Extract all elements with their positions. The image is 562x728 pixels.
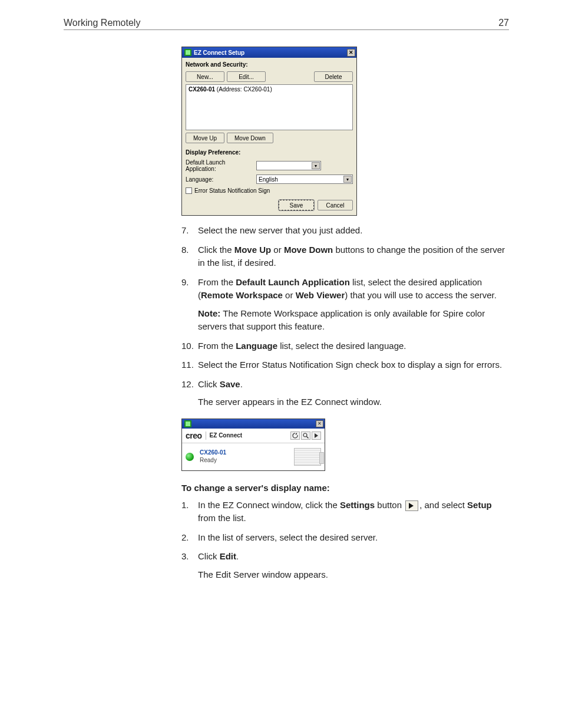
network-security-label: Network and Security: — [186, 61, 353, 68]
close-icon[interactable]: ✕ — [316, 420, 323, 427]
step-subtext: The server appears in the EZ Connect win… — [198, 396, 509, 409]
svg-rect-1 — [186, 50, 190, 55]
step-subtext: The Edit Server window appears. — [198, 568, 509, 582]
default-launch-app-select[interactable]: ▾ — [256, 161, 321, 170]
step-number: 2. — [181, 531, 198, 545]
language-select[interactable]: English ▾ — [256, 174, 353, 184]
ez-connect-setup-dialog: EZ Connect Setup ✕ Network and Security:… — [181, 47, 357, 216]
step-body: Click the Move Up or Move Down buttons t… — [198, 243, 509, 270]
refresh-icon[interactable] — [290, 431, 300, 440]
page-header: Working Remotely 27 — [64, 18, 509, 30]
settings-button-icon — [405, 500, 418, 511]
server-row[interactable]: CX260-01 Ready — [182, 443, 325, 470]
cancel-button[interactable]: Cancel — [318, 200, 353, 210]
display-preference-label: Display Preference: — [186, 149, 353, 156]
step-number: 7. — [181, 224, 198, 238]
default-launch-app-label: Default Launch Application: — [186, 159, 256, 172]
app-icon — [184, 420, 191, 427]
step-number: 10. — [181, 340, 198, 353]
step-number: 8. — [181, 243, 198, 270]
server-list-item[interactable]: CX260-01 (Address: CX260-01) — [189, 86, 350, 93]
creo-logo: creo — [186, 431, 202, 440]
error-status-checkbox[interactable] — [186, 187, 192, 194]
step-body: Click Save.The server appears in the EZ … — [198, 378, 509, 409]
change-display-name-heading: To change a server's display name: — [181, 483, 509, 493]
language-label: Language: — [186, 176, 256, 183]
svg-marker-6 — [315, 433, 318, 438]
steps-list-2: 1.In the EZ Connect window, click the Se… — [181, 499, 509, 582]
step-number: 11. — [181, 358, 198, 372]
language-value: English — [259, 176, 278, 183]
app-icon — [184, 49, 191, 56]
server-status: Ready — [200, 457, 226, 465]
server-list-item-address: (Address: CX260-01) — [215, 86, 272, 93]
ezc-title: EZ Connect — [210, 432, 243, 439]
dialog-title: EZ Connect Setup — [194, 50, 244, 56]
svg-point-4 — [303, 433, 307, 437]
error-status-label: Error Status Notification Sign — [194, 187, 270, 194]
header-title: Working Remotely — [64, 18, 140, 28]
search-icon[interactable] — [301, 431, 310, 440]
step-number: 3. — [181, 550, 198, 581]
ezc-titlebar: ✕ — [182, 419, 325, 429]
page-number: 27 — [498, 18, 509, 28]
step-body: From the Language list, select the desir… — [198, 340, 509, 353]
step-number: 9. — [181, 276, 198, 334]
server-list-item-name: CX260-01 — [189, 86, 215, 93]
step-body: From the Default Launch Application list… — [198, 276, 509, 334]
move-down-button[interactable]: Move Down — [227, 133, 273, 143]
move-up-button[interactable]: Move Up — [186, 133, 224, 143]
steps-list-1: 7.Select the new server that you just ad… — [181, 224, 509, 409]
step-number: 12. — [181, 378, 198, 409]
server-name: CX260-01 — [200, 449, 226, 457]
step-body: Select the Error Status Notification Sig… — [198, 358, 509, 372]
svg-line-5 — [307, 436, 309, 438]
server-list[interactable]: CX260-01 (Address: CX260-01) — [186, 84, 353, 130]
delete-button[interactable]: Delete — [314, 71, 353, 82]
step-number: 1. — [181, 499, 198, 525]
step-body: Select the new server that you just adde… — [198, 224, 509, 238]
chevron-down-icon: ▾ — [343, 176, 352, 183]
chevron-down-icon: ▾ — [312, 162, 320, 169]
close-icon[interactable]: ✕ — [347, 49, 355, 57]
status-indicator-icon — [186, 453, 194, 461]
dialog-titlebar: EZ Connect Setup ✕ — [182, 47, 356, 58]
step-note: Note: The Remote Workspace application i… — [198, 307, 509, 334]
step-body: In the list of servers, select the desir… — [198, 531, 509, 545]
edit-button[interactable]: Edit... — [227, 71, 266, 82]
settings-icon[interactable] — [312, 431, 321, 440]
step-body: Click Edit.The Edit Server window appear… — [198, 550, 509, 581]
svg-rect-3 — [186, 421, 190, 426]
new-button[interactable]: New... — [186, 71, 224, 82]
save-button[interactable]: Save — [279, 200, 314, 210]
ez-connect-window: ✕ creo EZ Connect — [181, 419, 325, 471]
step-body: In the EZ Connect window, click the Sett… — [198, 499, 509, 525]
printer-thumbnail-icon — [294, 448, 321, 466]
divider — [206, 431, 206, 440]
